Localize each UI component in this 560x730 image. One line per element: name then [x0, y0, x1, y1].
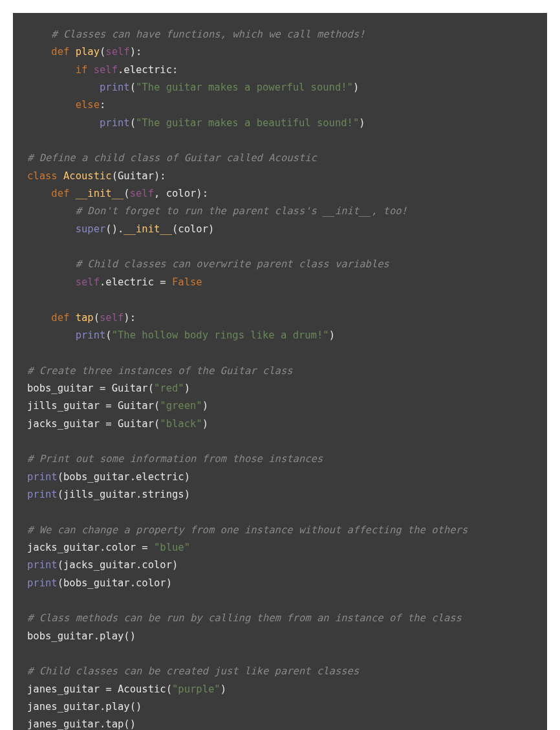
code-token: if [76, 64, 88, 76]
code-token: def [51, 46, 69, 58]
code-token: bobs_guitar.play() [27, 630, 136, 642]
code-token: ( [130, 82, 136, 93]
code-token: ( [94, 312, 100, 324]
code-token: self [100, 312, 124, 324]
code-token: (jills_guitar.strings) [58, 489, 190, 500]
code-token [27, 205, 76, 217]
code-token [27, 64, 76, 76]
code-token [27, 329, 76, 341]
code-token: def [51, 312, 69, 324]
code-token: print [27, 471, 58, 483]
code-token [27, 312, 51, 324]
code-token: print [27, 489, 58, 500]
code-token: ( [100, 46, 105, 58]
code-token [27, 258, 76, 270]
code-token: ( [124, 188, 129, 199]
code-token: def [51, 188, 69, 199]
code-token [69, 188, 75, 199]
code-token: bobs_guitar = Guitar( [27, 382, 154, 394]
code-token: ) [329, 329, 335, 341]
code-token: janes_guitar.play() [27, 701, 142, 713]
code-token: # Child classes can be created just like… [27, 665, 359, 677]
code-token [87, 64, 93, 76]
code-token: ) [353, 82, 359, 93]
code-token: "black" [160, 418, 202, 430]
code-token [27, 82, 100, 93]
code-token: # Define a child class of Guitar called … [27, 152, 317, 164]
code-token: ): [124, 312, 136, 324]
code-token: ( [105, 329, 111, 341]
code-token: "The guitar makes a powerful sound!" [136, 82, 353, 93]
code-token: Acoustic [63, 170, 112, 182]
code-token [69, 312, 75, 324]
code-token: ) [359, 117, 365, 129]
code-token: tap [76, 312, 94, 324]
code-token: print [27, 559, 58, 571]
code-token: janes_guitar.tap() [27, 718, 136, 730]
code-token: .electric: [118, 64, 178, 76]
code-token [27, 188, 51, 199]
code-token [27, 276, 76, 288]
code-token: .electric = [100, 276, 172, 288]
code-token: jills_guitar = Guitar( [27, 400, 160, 412]
code-token [27, 223, 76, 235]
code-token: print [100, 117, 130, 129]
code-token: class [27, 170, 58, 182]
code-token: ) [202, 400, 208, 412]
code-token: ) [202, 418, 208, 430]
code-token: __init__ [124, 223, 172, 235]
code-token: __init__ [76, 188, 124, 199]
code-token: (). [105, 223, 124, 235]
code-token: super [76, 223, 106, 235]
code-token: "green" [160, 400, 202, 412]
code-token [27, 46, 51, 58]
code-token: self [76, 276, 100, 288]
code-token: # Class methods can be run by calling th… [27, 612, 462, 624]
code-token: (Guitar): [112, 170, 166, 182]
code-token [69, 46, 75, 58]
code-token: ) [184, 382, 190, 394]
code-token [27, 99, 76, 111]
code-token: , color): [154, 188, 208, 199]
code-token [58, 170, 63, 182]
code-token: self [105, 46, 129, 58]
code-token: (bobs_guitar.electric) [58, 471, 190, 483]
code-token: (bobs_guitar.color) [58, 577, 172, 589]
code-token: ): [130, 46, 142, 58]
code-token: : [100, 99, 105, 111]
code-token: "blue" [154, 542, 190, 553]
code-token: "The guitar makes a beautiful sound!" [136, 117, 359, 129]
code-token: (color) [172, 223, 214, 235]
code-token: jacks_guitar.color = [27, 542, 154, 553]
code-token: else [76, 99, 100, 111]
code-token: print [27, 577, 58, 589]
code-token: # Classes can have functions, which we c… [51, 28, 365, 40]
code-token: False [172, 276, 202, 288]
code-block: # Classes can have functions, which we c… [13, 13, 547, 730]
code-token: # Don't forget to run the parent class's… [76, 205, 407, 217]
code-token: "red" [154, 382, 184, 394]
code-token: ) [221, 683, 226, 695]
code-token: ( [130, 117, 136, 129]
code-token: "purple" [172, 683, 221, 695]
code-token: jacks_guitar = Guitar( [27, 418, 160, 430]
code-token: print [100, 82, 130, 93]
code-token: self [94, 64, 118, 76]
code-token: # We can change a property from one inst… [27, 524, 468, 536]
code-token: # Create three instances of the Guitar c… [27, 365, 293, 377]
code-token: "The hollow body rings like a drum!" [112, 329, 329, 341]
code-token: (jacks_guitar.color) [58, 559, 178, 571]
code-token: play [76, 46, 100, 58]
code-token: janes_guitar = Acoustic( [27, 683, 172, 695]
code-token: print [76, 329, 106, 341]
code-token: # Child classes can overwrite parent cla… [76, 258, 389, 270]
code-token [27, 28, 51, 40]
code-content: # Classes can have functions, which we c… [27, 28, 468, 730]
code-token: # Print out some information from those … [27, 453, 323, 465]
code-token [27, 117, 100, 129]
code-token: self [130, 188, 154, 199]
